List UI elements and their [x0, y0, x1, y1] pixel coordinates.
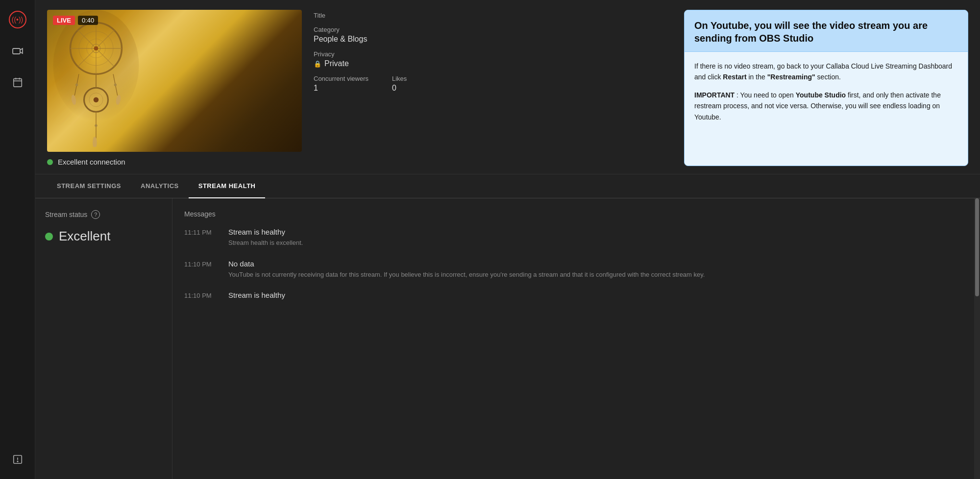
message-content-3: Stream is healthy — [228, 291, 962, 301]
likes-value: 0 — [392, 84, 407, 93]
svg-point-25 — [75, 84, 78, 86]
tabs-section: STREAM SETTINGS ANALYTICS STREAM HEALTH … — [35, 174, 980, 479]
live-label: LIVE — [53, 16, 75, 25]
camera-icon[interactable] — [8, 41, 27, 61]
concurrent-label: Concurrent viewers — [314, 75, 368, 82]
message-time-3: 11:10 PM — [184, 291, 219, 301]
stream-status-label: Stream status ? — [45, 210, 162, 219]
message-detail-1: Stream health is excellent. — [228, 238, 962, 248]
tab-stream-settings[interactable]: STREAM SETTINGS — [47, 174, 131, 198]
main-content: LIVE 0:40 Excellent connection Title Cat… — [35, 0, 980, 479]
scrollbar-thumb — [975, 198, 979, 296]
live-broadcast-icon[interactable]: ((•)) — [8, 10, 27, 29]
important-label: IMPORTANT — [694, 91, 735, 99]
tab-analytics[interactable]: ANALYTICS — [131, 174, 189, 198]
connection-status: Excellent connection — [47, 158, 302, 166]
category-row: Category People & Blogs — [314, 26, 672, 44]
svg-rect-0 — [13, 48, 20, 54]
category-label: Category — [314, 26, 672, 33]
status-panel: Stream status ? Excellent — [35, 198, 172, 479]
connection-text: Excellent connection — [58, 158, 125, 166]
svg-rect-1 — [13, 79, 22, 87]
tab-content: Stream status ? Excellent Messages 11:11… — [35, 198, 980, 479]
privacy-value: Private — [324, 59, 349, 68]
category-value: People & Blogs — [314, 35, 672, 44]
live-badge: LIVE 0:40 — [53, 16, 98, 25]
info-box-header: On Youtube, you will see the video strea… — [685, 10, 968, 52]
svg-point-20 — [94, 97, 99, 103]
live-timer: 0:40 — [78, 16, 98, 25]
concurrent-viewers-block: Concurrent viewers 1 — [314, 75, 368, 93]
right-scrollbar[interactable] — [974, 198, 980, 479]
info-box-header-text: On Youtube, you will see the video strea… — [694, 19, 958, 45]
live-icon-symbol: ((•)) — [12, 16, 24, 24]
privacy-label: Privacy — [314, 50, 672, 58]
message-entry-3: 11:10 PM Stream is healthy — [184, 291, 962, 301]
help-icon[interactable]: ? — [91, 210, 100, 219]
message-time-1: 11:11 PM — [184, 228, 219, 248]
calendar-icon[interactable] — [8, 72, 27, 92]
info-paragraph-2: IMPORTANT : You need to open Youtube Stu… — [694, 90, 958, 122]
messages-panel[interactable]: Messages 11:11 PM Stream is healthy Stre… — [172, 198, 974, 479]
message-title-2: No data — [228, 260, 962, 268]
connection-dot — [47, 159, 53, 165]
svg-point-17 — [94, 46, 98, 50]
svg-point-26 — [95, 124, 97, 127]
video-preview-wrapper: LIVE 0:40 Excellent connection — [47, 10, 302, 166]
tabs-bar: STREAM SETTINGS ANALYTICS STREAM HEALTH — [35, 174, 980, 198]
restreaming-bold: "Restreaming" — [767, 73, 815, 81]
lock-icon: 🔒 — [314, 60, 321, 68]
info-box-body: If there is no video stream, go back to … — [685, 52, 968, 131]
svg-point-7 — [17, 461, 18, 461]
top-section: LIVE 0:40 Excellent connection Title Cat… — [35, 0, 980, 174]
stats-row: Concurrent viewers 1 Likes 0 — [314, 75, 672, 93]
sidebar: ((•)) — [0, 0, 35, 479]
status-dot — [45, 233, 53, 240]
likes-label: Likes — [392, 75, 407, 82]
privacy-value-row: 🔒 Private — [314, 59, 672, 68]
info-paragraph-1: If there is no video stream, go back to … — [694, 61, 958, 83]
concurrent-value: 1 — [314, 84, 368, 93]
alert-icon[interactable] — [8, 450, 27, 469]
restart-bold: Restart — [723, 73, 746, 81]
messages-header: Messages — [184, 210, 962, 218]
stream-info: Title Category People & Blogs Privacy 🔒 … — [314, 10, 672, 166]
svg-point-27 — [114, 84, 117, 86]
message-entry-2: 11:10 PM No data YouTube is not currentl… — [184, 260, 962, 280]
tab-stream-health[interactable]: STREAM HEALTH — [189, 174, 266, 198]
message-content-2: No data YouTube is not currently receivi… — [228, 260, 962, 280]
likes-block: Likes 0 — [392, 75, 407, 93]
info-box: On Youtube, you will see the video strea… — [684, 10, 968, 166]
message-detail-2: YouTube is not currently receiving data … — [228, 270, 962, 280]
privacy-row: Privacy 🔒 Private — [314, 50, 672, 68]
title-row: Title — [314, 12, 672, 19]
message-content-1: Stream is healthy Stream health is excel… — [228, 228, 962, 248]
message-entry-1: 11:11 PM Stream is healthy Stream health… — [184, 228, 962, 248]
video-preview: LIVE 0:40 — [47, 10, 302, 152]
dreamcatcher-graphic — [47, 10, 145, 147]
message-time-2: 11:10 PM — [184, 260, 219, 280]
status-value: Excellent — [45, 229, 162, 244]
title-label: Title — [314, 12, 672, 19]
message-title-1: Stream is healthy — [228, 228, 962, 236]
youtube-studio-bold: Youtube Studio — [796, 91, 846, 99]
message-title-3: Stream is healthy — [228, 291, 962, 299]
